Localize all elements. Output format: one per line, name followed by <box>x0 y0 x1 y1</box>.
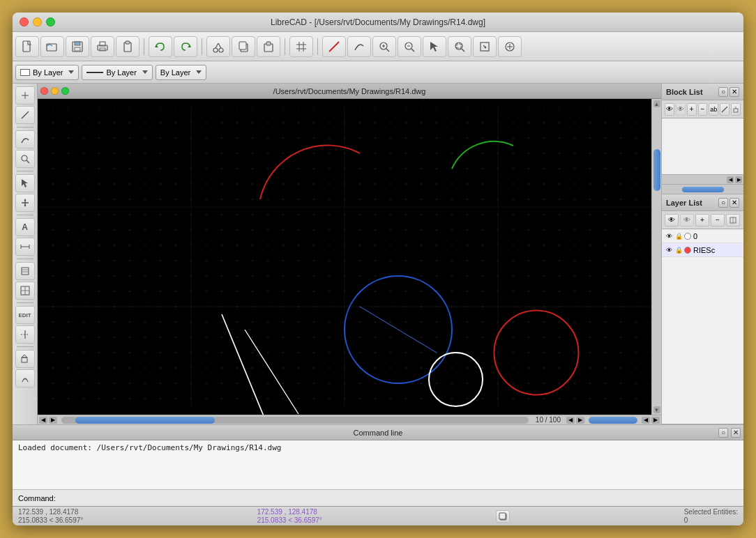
hscroll-right-controls: ◀ ▶ <box>565 417 586 424</box>
layer-eye-off-btn[interactable]: 👁 <box>680 214 694 226</box>
block-edit-btn[interactable] <box>720 103 729 116</box>
clipboard-button[interactable] <box>116 36 139 57</box>
attribute-tool[interactable] <box>15 369 35 387</box>
scroll-count: 10 / 100 <box>531 416 565 424</box>
arc-tool[interactable] <box>15 130 35 148</box>
vscroll-thumb[interactable] <box>653 149 660 191</box>
canvas-close[interactable] <box>40 87 48 95</box>
hscroll-thumb-right[interactable] <box>589 417 637 424</box>
canvas-body: ▲ ▼ <box>38 99 661 415</box>
canvas-container: /Users/rvt/Documents/My Drawings/R14.dwg <box>38 84 661 424</box>
block-list-scroll[interactable]: ◀ ▶ <box>662 174 743 184</box>
line-tool[interactable] <box>15 106 35 124</box>
realtime-zoom-button[interactable] <box>498 36 522 57</box>
block-abc-btn[interactable]: ab <box>709 103 718 116</box>
zoom-extents-button[interactable] <box>473 36 497 57</box>
canvas-min[interactable] <box>51 87 59 95</box>
linetype-dropdown[interactable]: By Layer <box>82 65 152 80</box>
cmdline-settings[interactable]: ○ <box>718 428 728 438</box>
layer-0-color <box>684 233 691 240</box>
zoom-in-button[interactable] <box>372 36 396 57</box>
layer-riesc-lock[interactable]: 🔒 <box>675 247 682 254</box>
svg-point-12 <box>213 48 218 52</box>
hscroll-prev-btn[interactable]: ◀ <box>566 417 575 424</box>
canvas-vscroll[interactable]: ▲ ▼ <box>651 99 661 415</box>
draw-line-button[interactable] <box>322 36 346 57</box>
svg-line-44 <box>22 112 29 118</box>
copy-button[interactable] <box>232 36 255 57</box>
block-scroll-right[interactable]: ▶ <box>735 176 742 183</box>
linewidth-label: By Layer <box>160 68 190 77</box>
layer-list-settings[interactable]: ○ <box>718 198 728 208</box>
layer-0-lock[interactable]: 🔒 <box>675 233 682 240</box>
block-scroll-left[interactable]: ◀ <box>727 176 734 183</box>
linewidth-dropdown[interactable]: By Layer <box>156 65 206 80</box>
paste-button[interactable] <box>257 36 280 57</box>
hscroll-left-btn[interactable]: ◀ <box>39 417 47 424</box>
maximize-button[interactable] <box>46 17 55 26</box>
canvas-max[interactable] <box>61 87 69 95</box>
hscroll-right-btn[interactable]: ▶ <box>49 417 57 424</box>
grid-button[interactable] <box>289 36 313 57</box>
open-button[interactable] <box>40 36 64 57</box>
select-button[interactable] <box>423 36 446 57</box>
canvas-hscroll[interactable]: ◀ ▶ 10 / 100 ◀ ▶ ◀ <box>38 415 661 424</box>
move-tool[interactable] <box>15 194 35 212</box>
pen-dropdown[interactable]: By Layer <box>15 65 79 80</box>
layer-grid-btn[interactable] <box>726 214 740 226</box>
layer-0-eye[interactable]: 👁 <box>665 232 673 240</box>
save-button[interactable] <box>66 36 89 57</box>
table-tool[interactable] <box>15 282 35 300</box>
cut-button[interactable] <box>206 36 230 57</box>
snap-button[interactable] <box>15 86 35 105</box>
zoom-all-tool[interactable] <box>15 150 35 168</box>
hscroll-end-next[interactable]: ▶ <box>651 417 660 424</box>
edit-tool[interactable]: EDIT <box>15 306 35 324</box>
hscroll-end-prev[interactable]: ◀ <box>642 417 650 424</box>
undo-button[interactable] <box>149 36 172 57</box>
select-tool[interactable] <box>15 174 35 192</box>
linewidth-arrow-icon <box>196 70 202 74</box>
block-hscroll[interactable] <box>662 184 743 194</box>
svg-line-14 <box>216 43 218 48</box>
trim-tool[interactable] <box>15 325 35 344</box>
layer-list-toolbar: 👁 👁 + − <box>662 211 743 229</box>
text-tool[interactable]: A <box>15 218 35 236</box>
close-button[interactable] <box>20 17 29 26</box>
zoom-window-button[interactable] <box>448 36 471 57</box>
layer-item-0[interactable]: 👁 🔒 0 <box>662 229 743 243</box>
layer-add-btn[interactable]: + <box>695 214 709 226</box>
print-button[interactable] <box>91 36 114 57</box>
drawing-area[interactable] <box>38 99 651 415</box>
redo-button[interactable] <box>174 36 197 57</box>
block-list-settings[interactable]: ○ <box>718 87 728 97</box>
cmdline-close[interactable]: ✕ <box>731 428 741 438</box>
layer-list-close[interactable]: ✕ <box>729 198 739 208</box>
block-tool[interactable] <box>15 350 35 368</box>
status-selected: Selected Entities: 0 <box>684 508 738 524</box>
layer-eye-btn[interactable]: 👁 <box>665 214 679 226</box>
block-remove-btn[interactable]: − <box>698 103 708 116</box>
hscroll-next-btn[interactable]: ▶ <box>576 417 584 424</box>
hscroll-track[interactable] <box>61 417 529 424</box>
layer-remove-btn[interactable]: − <box>711 214 725 226</box>
block-insert-btn[interactable] <box>731 103 741 116</box>
new-button[interactable] <box>15 36 39 57</box>
coord2-line1: 172.539 , 128.4178 <box>257 508 322 516</box>
block-list-close[interactable]: ✕ <box>729 87 739 97</box>
scroll-up-btn[interactable]: ▲ <box>653 100 660 107</box>
block-eye-off-btn[interactable]: 👁 <box>676 103 686 116</box>
layer-riesc-eye[interactable]: 👁 <box>665 246 673 254</box>
scroll-down-btn[interactable]: ▼ <box>653 406 660 413</box>
toolbar-sep-4 <box>317 38 318 55</box>
block-eye-btn[interactable]: 👁 <box>665 103 674 116</box>
canvas-and-panel: /Users/rvt/Documents/My Drawings/R14.dwg <box>38 84 743 424</box>
dimension-tool[interactable] <box>15 238 35 256</box>
draw-arc-button[interactable] <box>347 36 371 57</box>
minimize-button[interactable] <box>33 17 42 26</box>
zoom-out-button[interactable] <box>398 36 421 57</box>
layer-item-riesc[interactable]: 👁 🔒 RIESc <box>662 243 743 257</box>
status-copy-btn[interactable] <box>496 510 510 523</box>
block-add-btn[interactable]: + <box>687 103 697 116</box>
hatch-tool[interactable] <box>15 262 35 280</box>
